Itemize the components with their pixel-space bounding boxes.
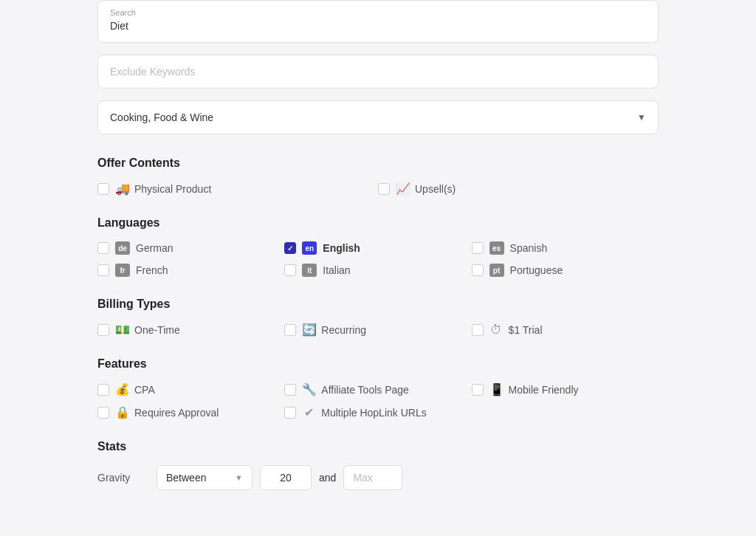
feature-cpa-item[interactable]: 💰 CPA xyxy=(97,382,284,396)
badge-it: it xyxy=(302,264,317,277)
gravity-row: Gravity Between ▼ and xyxy=(97,465,659,490)
languages-title: Languages xyxy=(97,216,659,230)
stats-title: Stats xyxy=(97,440,659,453)
billing-one-time-label: One-Time xyxy=(134,324,180,336)
billing-types-section: Billing Types 💵 One-Time 🔄 Recurring ⏱ $… xyxy=(97,298,659,337)
billing-trial-checkbox[interactable] xyxy=(472,324,484,336)
language-french-item[interactable]: fr French xyxy=(97,264,284,277)
category-dropdown[interactable]: Cooking, Food & Wine ▼ xyxy=(97,100,659,134)
exclude-keywords-placeholder: Exclude Keywords xyxy=(110,66,195,78)
exclude-keywords-section[interactable]: Exclude Keywords xyxy=(97,55,659,89)
billing-one-time-checkbox[interactable] xyxy=(97,324,109,336)
check-icon: ✔ xyxy=(302,405,315,419)
language-italian-checkbox[interactable] xyxy=(284,264,296,276)
language-portuguese-checkbox[interactable] xyxy=(472,264,484,276)
gravity-min-input[interactable] xyxy=(260,465,312,490)
gravity-and-text: and xyxy=(319,472,336,484)
language-portuguese-label: Portuguese xyxy=(510,264,563,276)
recurring-icon: 🔄 xyxy=(302,323,315,337)
billing-recurring-item[interactable]: 🔄 Recurring xyxy=(284,323,471,337)
badge-fr: fr xyxy=(115,264,130,277)
language-english-item[interactable]: en English xyxy=(284,241,471,255)
offer-contents-title: Offer Contents xyxy=(97,157,659,170)
offer-upsells-label: Upsell(s) xyxy=(415,183,456,195)
badge-en: en xyxy=(302,241,317,255)
feature-affiliate-tools-item[interactable]: 🔧 Affiliate Tools Page xyxy=(284,382,471,396)
language-italian-label: Italian xyxy=(323,264,350,276)
search-label: Search xyxy=(110,8,646,17)
language-spanish-label: Spanish xyxy=(510,242,548,254)
language-spanish-item[interactable]: es Spanish xyxy=(472,241,659,255)
feature-cpa-label: CPA xyxy=(134,384,155,396)
feature-mobile-friendly-label: Mobile Friendly xyxy=(509,384,579,396)
billing-one-time-item[interactable]: 💵 One-Time xyxy=(97,323,284,337)
language-english-checkbox[interactable] xyxy=(284,242,296,254)
badge-pt: pt xyxy=(489,264,504,277)
feature-requires-approval-label: Requires Approval xyxy=(134,407,219,419)
stats-section: Stats Gravity Between ▼ and xyxy=(97,440,659,490)
language-german-label: German xyxy=(136,242,173,254)
offer-physical-product-item[interactable]: 🚚 Physical Product xyxy=(97,182,378,196)
language-spanish-checkbox[interactable] xyxy=(472,242,484,254)
language-english-label: English xyxy=(323,242,360,254)
language-italian-item[interactable]: it Italian xyxy=(284,264,471,277)
feature-requires-approval-checkbox[interactable] xyxy=(97,407,109,419)
offer-upsells-item[interactable]: 📈 Upsell(s) xyxy=(378,182,659,196)
gravity-max-input[interactable] xyxy=(343,465,402,490)
language-german-checkbox[interactable] xyxy=(97,242,109,254)
billing-trial-label: $1 Trial xyxy=(509,324,543,336)
gravity-operator-chevron-icon: ▼ xyxy=(235,473,243,482)
languages-section: Languages de German en English es Spanis… xyxy=(97,216,659,277)
feature-affiliate-tools-label: Affiliate Tools Page xyxy=(321,384,409,396)
badge-de: de xyxy=(115,241,130,255)
category-value: Cooking, Food & Wine xyxy=(110,111,213,123)
truck-icon: 🚚 xyxy=(115,182,128,196)
offer-contents-section: Offer Contents 🚚 Physical Product 📈 Upse… xyxy=(97,157,659,196)
feature-multiple-hoplink-label: Multiple HopLink URLs xyxy=(321,407,426,419)
billing-recurring-checkbox[interactable] xyxy=(284,324,296,336)
offer-physical-product-label: Physical Product xyxy=(134,183,211,195)
features-section: Features 💰 CPA 🔧 Affiliate Tools Page 📱 … xyxy=(97,357,659,419)
upsell-icon: 📈 xyxy=(396,182,409,196)
cpa-icon: 💰 xyxy=(115,382,128,396)
clock-icon: ⏱ xyxy=(489,323,503,337)
language-french-checkbox[interactable] xyxy=(97,264,109,276)
offer-upsells-checkbox[interactable] xyxy=(378,183,390,195)
feature-affiliate-tools-checkbox[interactable] xyxy=(284,384,296,396)
features-title: Features xyxy=(97,357,659,371)
billing-trial-item[interactable]: ⏱ $1 Trial xyxy=(472,323,659,337)
gravity-operator-select[interactable]: Between ▼ xyxy=(157,465,252,490)
feature-mobile-friendly-item[interactable]: 📱 Mobile Friendly xyxy=(472,382,659,396)
search-input[interactable] xyxy=(110,20,646,32)
language-german-item[interactable]: de German xyxy=(97,241,284,255)
language-french-label: French xyxy=(136,264,168,276)
billing-types-title: Billing Types xyxy=(97,298,659,311)
feature-mobile-friendly-checkbox[interactable] xyxy=(472,384,484,396)
lock-icon: 🔒 xyxy=(115,405,128,419)
gravity-label: Gravity xyxy=(97,472,149,484)
feature-multiple-hoplink-checkbox[interactable] xyxy=(284,407,296,419)
offer-physical-product-checkbox[interactable] xyxy=(97,183,109,195)
tools-icon: 🔧 xyxy=(302,382,315,396)
search-section: Search xyxy=(97,0,659,43)
feature-cpa-checkbox[interactable] xyxy=(97,384,109,396)
feature-requires-approval-item[interactable]: 🔒 Requires Approval xyxy=(97,405,284,419)
gravity-operator-value: Between xyxy=(166,472,206,484)
language-portuguese-item[interactable]: pt Portuguese xyxy=(472,264,659,277)
badge-es: es xyxy=(489,241,504,255)
mobile-icon: 📱 xyxy=(489,382,503,396)
billing-recurring-label: Recurring xyxy=(321,324,366,336)
chevron-down-icon: ▼ xyxy=(637,112,646,123)
feature-multiple-hoplink-item[interactable]: ✔ Multiple HopLink URLs xyxy=(284,405,471,419)
dollar-icon: 💵 xyxy=(115,323,128,337)
